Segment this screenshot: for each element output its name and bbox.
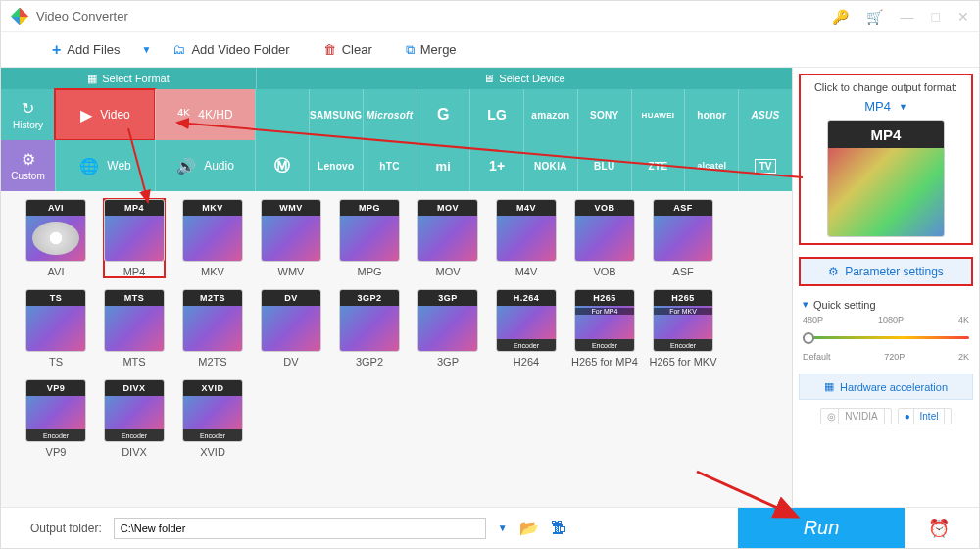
format-mp4[interactable]: MP4MP4 <box>104 199 165 277</box>
format-h264[interactable]: H.264EncoderH264 <box>496 289 557 368</box>
output-format-thumb: MP4 <box>827 120 945 237</box>
brand-sony[interactable]: SONY <box>577 89 631 140</box>
history-button[interactable]: ↻History <box>1 89 55 140</box>
select-format-header: ▦ Select Format <box>1 68 256 89</box>
cart-icon[interactable]: 🛒 <box>866 9 883 25</box>
custom-button[interactable]: ⚙Custom <box>1 140 55 191</box>
brand-htc[interactable]: hTC <box>363 140 416 191</box>
format-asf[interactable]: ASFASF <box>653 199 713 277</box>
globe-icon: 🌐 <box>79 157 99 175</box>
run-button[interactable]: Run <box>738 508 905 549</box>
chevron-down-icon: ▼ <box>899 102 907 112</box>
hardware-accel-button[interactable]: ▦Hardware acceleration <box>799 374 973 400</box>
format-avi[interactable]: AVIAVI <box>25 199 86 277</box>
output-folder-input[interactable] <box>114 518 486 539</box>
format-ts[interactable]: TSTS <box>25 289 86 368</box>
format-h265-for-mkv[interactable]: H265For MKVEncoderH265 for MKV <box>653 289 713 368</box>
brand-amazon[interactable]: amazon <box>523 89 577 140</box>
format-mpg[interactable]: MPGMPG <box>339 199 400 277</box>
format-m2ts[interactable]: M2TSM2TS <box>182 289 243 368</box>
format-mov[interactable]: MOVMOV <box>417 199 478 277</box>
format-3gp[interactable]: 3GP3GP <box>417 289 478 368</box>
brand-alcatel[interactable]: alcatel <box>684 140 738 191</box>
merge-icon: ⧉ <box>406 42 415 58</box>
bottom-bar: Output folder: ▼ 📂 🗜 Run ⏰ <box>1 507 979 548</box>
chip-icon: ▦ <box>824 380 834 393</box>
plus-icon: + <box>52 41 61 59</box>
gear-icon: ⚙ <box>22 150 35 169</box>
brand-motorola[interactable]: Ⓜ <box>255 140 309 191</box>
speaker-icon: 🔊 <box>176 157 196 175</box>
output-format-hint: Click to change output format: <box>814 81 957 93</box>
minimize-button[interactable]: — <box>901 9 914 25</box>
brand-tv[interactable]: TV <box>738 140 792 191</box>
add-files-dropdown-icon[interactable]: ▼ <box>142 44 152 55</box>
chevron-down-icon[interactable]: ▾ <box>803 298 808 311</box>
titlebar: Video Converter 🔑 🛒 — □ ✕ <box>1 1 979 32</box>
brand-nokia[interactable]: NOKIA <box>523 140 577 191</box>
motorola-icon: Ⓜ <box>274 156 290 176</box>
gpu-badges: ◎ NVIDIA ● Intel <box>799 408 973 424</box>
main-toolbar: +Add Files ▼ 🗂Add Video Folder 🗑Clear ⧉M… <box>1 32 979 68</box>
chevron-down-icon[interactable]: ▼ <box>498 523 508 533</box>
intel-badge: ● Intel <box>898 408 953 424</box>
select-device-header: 🖥 Select Device <box>256 68 792 89</box>
trash-icon: 🗑 <box>323 42 336 57</box>
output-format-panel: Click to change output format: MP4▼ MP4 <box>799 74 973 245</box>
brand-lenovo[interactable]: Lenovo <box>309 140 363 191</box>
zip-icon[interactable]: 🗜 <box>551 520 566 537</box>
sliders-icon: ⚙ <box>828 265 839 278</box>
add-folder-button[interactable]: 🗂Add Video Folder <box>161 32 301 67</box>
category-audio[interactable]: 🔊Audio <box>155 140 255 191</box>
key-icon[interactable]: 🔑 <box>832 9 849 25</box>
close-button[interactable]: ✕ <box>957 9 969 25</box>
brand-samsung[interactable]: SAMSUNG <box>309 89 363 140</box>
maximize-button[interactable]: □ <box>932 9 940 25</box>
format-dv[interactable]: DVDV <box>261 289 321 368</box>
brand-google[interactable]: G <box>416 89 469 140</box>
format-grid: AVIAVIMP4MP4MKVMKVWMVWMVMPGMPGMOVMOVM4VM… <box>1 191 792 507</box>
hd-icon: ⁴ᴷ <box>177 106 190 125</box>
category-video[interactable]: ▶Video <box>55 89 155 140</box>
brand-oneplus[interactable]: 1+ <box>469 140 523 191</box>
quick-setting-panel: ▾Quick setting 480P1080P4K Default720P2K <box>803 298 969 362</box>
output-folder-label: Output folder: <box>30 522 102 535</box>
format-h265-for-mp4[interactable]: H265For MP4EncoderH265 for MP4 <box>574 289 635 368</box>
format-mts[interactable]: MTSMTS <box>104 289 165 368</box>
folder-plus-icon: 🗂 <box>172 42 185 57</box>
brand-huawei[interactable]: HUAWEI <box>631 89 685 140</box>
app-logo-icon <box>11 8 28 25</box>
category-4k-hd[interactable]: ⁴ᴷ4K/HD <box>155 89 255 140</box>
history-icon: ↻ <box>22 99 34 118</box>
merge-button[interactable]: ⧉Merge <box>394 32 468 67</box>
format-wmv[interactable]: WMVWMV <box>261 199 321 277</box>
format-xvid[interactable]: XVIDEncoderXVID <box>182 379 243 458</box>
category-web[interactable]: 🌐Web <box>55 140 155 191</box>
parameter-settings-button[interactable]: ⚙Parameter settings <box>799 257 973 286</box>
brand-blu[interactable]: BLU <box>577 140 631 191</box>
format-vp9[interactable]: VP9EncoderVP9 <box>25 379 86 458</box>
app-title: Video Converter <box>36 9 128 24</box>
clear-button[interactable]: 🗑Clear <box>312 32 384 67</box>
brand-asus[interactable]: ASUS <box>738 89 792 140</box>
brand-microsoft[interactable]: Microsoft <box>363 89 416 140</box>
format-vob[interactable]: VOBVOB <box>574 199 635 277</box>
brand-lg[interactable]: LG <box>469 89 523 140</box>
brand-honor[interactable]: honor <box>684 89 738 140</box>
add-files-button[interactable]: +Add Files <box>40 32 132 67</box>
brand-zte[interactable]: ZTE <box>631 140 685 191</box>
format-3gp2[interactable]: 3GP23GP2 <box>339 289 400 368</box>
oneplus-icon: 1+ <box>489 158 505 174</box>
nvidia-badge: ◎ NVIDIA <box>820 408 892 424</box>
quality-slider[interactable] <box>803 324 969 354</box>
clock-icon[interactable]: ⏰ <box>928 518 950 539</box>
format-divx[interactable]: DIVXEncoderDIVX <box>104 379 165 458</box>
brand-xiaomi[interactable]: mi <box>416 140 469 191</box>
output-format-select[interactable]: MP4▼ <box>807 99 965 114</box>
format-mkv[interactable]: MKVMKV <box>182 199 243 277</box>
brand-apple[interactable] <box>255 89 309 140</box>
play-icon: ▶ <box>80 106 92 125</box>
format-m4v[interactable]: M4VM4V <box>496 199 557 277</box>
open-folder-icon[interactable]: 📂 <box>519 519 539 537</box>
